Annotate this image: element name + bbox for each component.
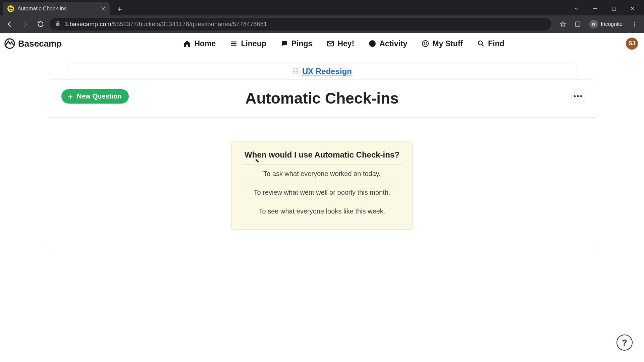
reload-button[interactable] [34, 18, 47, 31]
page-title: Automatic Check-ins [57, 89, 587, 107]
new-question-label: New Question [77, 93, 121, 100]
nav-find[interactable]: Find [477, 39, 504, 48]
nav-hey-label: Hey! [337, 39, 354, 48]
main-card: ＋ New Question ••• Automatic Check-ins W… [47, 79, 597, 250]
svg-point-4 [592, 24, 594, 26]
window-controls: ✕ [567, 2, 644, 15]
avatar[interactable]: SJ [626, 38, 638, 50]
toolbar-right: Incognito [556, 18, 641, 31]
svg-rect-18 [296, 71, 298, 73]
grid-icon [292, 67, 299, 76]
breadcrumb-project-link[interactable]: UX Redesign [292, 67, 352, 76]
tab-search-icon[interactable] [567, 2, 586, 15]
svg-rect-2 [612, 7, 615, 10]
browser-tab[interactable]: Automatic Check-ins ✕ [3, 2, 110, 15]
nav-find-label: Find [488, 39, 504, 48]
incognito-label: Incognito [601, 21, 623, 27]
breadcrumb-project-label: UX Redesign [302, 67, 352, 76]
title-divider [47, 117, 597, 118]
nav-lineup-label: Lineup [241, 39, 266, 48]
activity-icon [368, 40, 376, 48]
url-path: /5550377/buckets/31341178/questionnaires… [111, 21, 267, 27]
plus-icon: ＋ [67, 93, 74, 100]
incognito-icon [589, 20, 598, 28]
nav-activity-label: Activity [379, 39, 407, 48]
new-tab-button[interactable]: ＋ [114, 3, 125, 15]
forward-button[interactable] [19, 18, 32, 31]
page-viewport: Basecamp Home Lineup Pings Hey! Activity [0, 33, 644, 362]
ellipsis-icon: ••• [573, 95, 583, 98]
help-fab[interactable]: ? [616, 335, 633, 351]
nav-activity[interactable]: Activity [368, 39, 407, 48]
home-icon [183, 40, 191, 48]
help-label: ? [622, 338, 627, 348]
maximize-button[interactable] [604, 2, 623, 15]
minimize-button[interactable] [586, 2, 604, 15]
browser-chrome: Automatic Check-ins ✕ ＋ ✕ 3.basecamp.com… [0, 0, 644, 33]
nav-pings-label: Pings [291, 39, 313, 48]
svg-rect-17 [293, 71, 295, 73]
hey-icon [326, 40, 334, 48]
svg-point-6 [634, 22, 635, 23]
kebab-menu-icon[interactable] [628, 18, 641, 31]
svg-point-14 [478, 41, 482, 45]
mystuff-icon [421, 40, 429, 48]
nav-home-label: Home [194, 39, 216, 48]
svg-point-5 [594, 24, 596, 26]
svg-point-8 [634, 25, 635, 26]
address-bar[interactable]: 3.basecamp.com/5550377/buckets/31341178/… [50, 18, 551, 31]
tip-heading: When would I use Automatic Check-ins? [242, 150, 402, 165]
browser-toolbar: 3.basecamp.com/5550377/buckets/31341178/… [0, 15, 644, 33]
nav-pings[interactable]: Pings [280, 39, 313, 48]
back-button[interactable] [3, 18, 16, 31]
close-window-button[interactable]: ✕ [623, 2, 642, 15]
tip-row: To ask what everyone worked on today. [242, 165, 402, 183]
svg-rect-3 [575, 22, 580, 26]
breadcrumb: UX Redesign [67, 62, 577, 81]
svg-rect-15 [293, 68, 295, 70]
brand-mark-icon [4, 38, 15, 49]
tip-row: To review what went well or poorly this … [242, 183, 402, 202]
favicon-icon [7, 5, 14, 12]
nav-lineup[interactable]: Lineup [230, 39, 266, 48]
nav-links: Home Lineup Pings Hey! Activity My Stuff [183, 39, 504, 48]
tip-row: To see what everyone looks like this wee… [242, 202, 402, 221]
svg-point-13 [426, 43, 427, 43]
tip-card: When would I use Automatic Check-ins? To… [231, 141, 413, 230]
lineup-icon [230, 40, 238, 48]
pings-icon [280, 40, 288, 48]
extensions-icon[interactable] [571, 18, 584, 31]
url-host: 3.basecamp.com [64, 21, 111, 27]
nav-mystuff[interactable]: My Stuff [421, 39, 463, 48]
lock-icon [55, 21, 60, 27]
nav-hey[interactable]: Hey! [326, 39, 354, 48]
bookmark-icon[interactable] [556, 18, 569, 31]
tab-title: Automatic Check-ins [17, 6, 98, 12]
incognito-indicator[interactable]: Incognito [586, 20, 626, 28]
svg-rect-16 [296, 68, 298, 70]
svg-rect-1 [593, 8, 597, 9]
url-text: 3.basecamp.com/5550377/buckets/31341178/… [64, 21, 267, 28]
brand-logo[interactable]: Basecamp [4, 38, 62, 49]
nav-mystuff-label: My Stuff [432, 39, 463, 48]
avatar-initials: SJ [629, 41, 635, 47]
tab-strip: Automatic Check-ins ✕ ＋ ✕ [0, 0, 644, 15]
app-nav: Basecamp Home Lineup Pings Hey! Activity [0, 33, 644, 54]
new-question-button[interactable]: ＋ New Question [61, 89, 129, 104]
brand-name: Basecamp [18, 39, 62, 49]
svg-point-7 [634, 23, 635, 24]
more-menu-button[interactable]: ••• [571, 89, 585, 103]
close-tab-icon[interactable]: ✕ [101, 6, 105, 12]
find-icon [477, 40, 485, 48]
nav-home[interactable]: Home [183, 39, 216, 48]
svg-point-12 [424, 43, 425, 43]
svg-point-11 [422, 41, 428, 47]
